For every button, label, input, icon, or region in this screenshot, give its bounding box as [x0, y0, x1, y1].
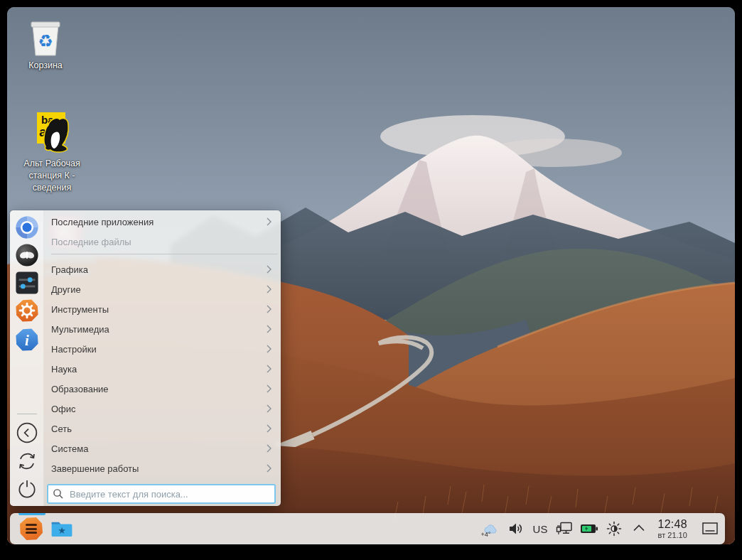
- volume-tray-button[interactable]: [507, 519, 525, 538]
- menu-item-category-9[interactable]: Система: [44, 438, 281, 458]
- favorite-info-center-icon[interactable]: i: [15, 328, 39, 352]
- launcher-active-indicator: [18, 513, 45, 515]
- menu-restart-button[interactable]: [16, 450, 38, 473]
- menu-main-area: Последние приложенияПоследние файлы Граф…: [44, 210, 281, 506]
- favorite-chromium-browser-icon[interactable]: [15, 215, 39, 239]
- basealt-label-line1: Альт Рабочая: [23, 158, 80, 170]
- sidebar-separator: [17, 414, 37, 414]
- favorite-system-tools-icon[interactable]: [15, 298, 39, 323]
- system-tray: +4° US: [482, 519, 725, 539]
- submenu-arrow-icon: [267, 424, 272, 433]
- submenu-arrow-icon: [267, 217, 272, 226]
- menu-item-category-3-label: Мультимедиа: [51, 324, 267, 335]
- menu-item-recent-0-label: Последние приложения: [51, 217, 267, 227]
- digital-clock[interactable]: 12:48 вт 21.10: [657, 519, 687, 539]
- menu-item-category-1[interactable]: Другие: [44, 279, 281, 299]
- battery-tray-button[interactable]: [580, 519, 598, 538]
- svg-text:★: ★: [58, 525, 66, 536]
- menu-separator: [51, 254, 278, 254]
- menu-item-category-2[interactable]: Инструменты: [44, 299, 281, 319]
- menu-item-category-3[interactable]: Мультимедиа: [44, 319, 281, 339]
- menu-search: [47, 484, 276, 504]
- search-input[interactable]: [47, 484, 276, 504]
- wired-network-icon: [556, 521, 574, 537]
- submenu-arrow-icon: [267, 265, 272, 274]
- favorite-audio-sliders-icon[interactable]: [15, 271, 39, 295]
- desktop-icon-trash[interactable]: ♻ Корзина: [18, 20, 72, 72]
- submenu-arrow-icon: [267, 464, 272, 473]
- submenu-arrow-icon: [267, 305, 272, 313]
- menu-item-category-2-label: Инструменты: [51, 304, 267, 315]
- submenu-arrow-icon: [267, 345, 272, 353]
- menu-item-category-0[interactable]: Графика: [44, 259, 281, 279]
- app-launcher-button[interactable]: [20, 517, 43, 540]
- desktop-icon-basealt-info[interactable]: base alt Альт Рабочая станция К - сведен…: [13, 111, 91, 194]
- brightness-tray-button[interactable]: [605, 519, 623, 538]
- file-manager-button[interactable]: ★: [50, 517, 74, 540]
- menu-item-category-6-label: Образование: [51, 384, 267, 394]
- clock-date: вт 21.10: [658, 532, 687, 539]
- application-menu-popup: i: [10, 210, 281, 506]
- menu-item-category-4[interactable]: Настройки: [44, 339, 281, 359]
- power-icon: [16, 478, 38, 500]
- menu-item-category-7[interactable]: Офис: [44, 399, 281, 419]
- folder-bookmarks-icon: ★: [50, 517, 74, 540]
- menu-back-button[interactable]: [16, 421, 38, 444]
- basealt-logo-icon: base alt: [27, 111, 77, 155]
- weather-temperature: +4°: [481, 531, 491, 538]
- taskbar: ★ +4° US: [10, 513, 725, 544]
- menu-item-recent-1-label: Последние файлы: [51, 237, 272, 247]
- desktop: ♻ Корзина base alt Альт Рабочая станция …: [7, 7, 735, 544]
- keyboard-layout-indicator[interactable]: US: [532, 523, 549, 535]
- submenu-arrow-icon: [267, 285, 272, 294]
- tray-expander-button[interactable]: [630, 519, 648, 538]
- back-icon: [16, 421, 38, 444]
- menu-item-category-10[interactable]: Завершение работы: [44, 458, 281, 478]
- submenu-arrow-icon: [267, 325, 272, 333]
- brightness-sun-icon: [606, 520, 623, 537]
- trash-label: Корзина: [28, 60, 63, 72]
- basealt-label-line3: сведения: [33, 182, 71, 194]
- submenu-arrow-icon: [267, 365, 272, 373]
- svg-text:i: i: [25, 332, 29, 349]
- favorite-dark-globe-app-icon[interactable]: [15, 243, 39, 267]
- submenu-arrow-icon: [267, 404, 272, 413]
- menu-favorites-sidebar: i: [10, 210, 44, 506]
- menu-item-category-6[interactable]: Образование: [44, 379, 281, 399]
- menu-item-recent-0[interactable]: Последние приложения: [44, 212, 281, 232]
- battery-charging-icon: [580, 523, 598, 534]
- speaker-icon: [507, 520, 525, 537]
- menu-item-category-8-label: Сеть: [51, 424, 267, 434]
- svg-text:♻: ♻: [38, 31, 53, 51]
- menu-item-category-5-label: Наука: [51, 364, 267, 375]
- menu-item-category-10-label: Завершение работы: [51, 463, 267, 474]
- menu-item-category-8[interactable]: Сеть: [44, 419, 281, 438]
- menu-item-category-7-label: Офис: [51, 404, 267, 414]
- submenu-arrow-icon: [267, 384, 272, 393]
- launcher-menu-icon: [20, 517, 43, 540]
- chevron-up-icon: [630, 520, 647, 537]
- menu-item-category-0-label: Графика: [51, 264, 267, 275]
- restart-icon: [16, 450, 38, 473]
- weather-widget[interactable]: +4°: [482, 519, 500, 538]
- show-desktop-icon: [701, 522, 719, 536]
- menu-item-category-9-label: Система: [51, 443, 267, 454]
- menu-shutdown-button[interactable]: [16, 478, 38, 500]
- clock-time: 12:48: [657, 519, 687, 530]
- basealt-label-line2: станция К -: [29, 170, 75, 182]
- show-desktop-button[interactable]: [701, 519, 719, 538]
- menu-item-category-5[interactable]: Наука: [44, 359, 281, 379]
- menu-item-category-4-label: Настройки: [51, 344, 267, 355]
- network-tray-button[interactable]: [555, 519, 574, 538]
- submenu-arrow-icon: [267, 444, 272, 453]
- trash-can-icon: ♻: [28, 20, 63, 57]
- menu-item-recent-1: Последние файлы: [44, 232, 281, 252]
- menu-item-category-1-label: Другие: [51, 284, 267, 295]
